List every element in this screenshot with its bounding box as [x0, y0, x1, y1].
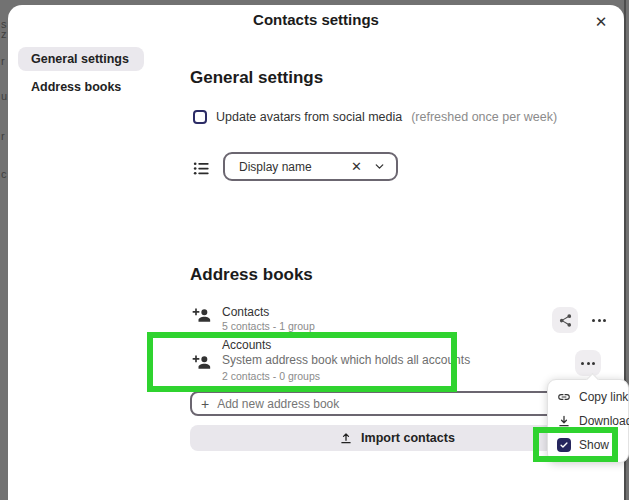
sidebar-item-label: Address books [31, 80, 121, 94]
sidebar-item-address-books[interactable]: Address books [18, 75, 144, 99]
address-books-heading: Address books [190, 265, 313, 285]
sidebar-item-general-settings[interactable]: General settings [18, 47, 144, 71]
add-address-book-placeholder: Add new address book [217, 397, 339, 411]
menu-item-label: Download [579, 414, 629, 428]
link-icon [557, 390, 571, 404]
book-name: Contacts [222, 305, 269, 319]
update-avatars-label: Update avatars from social media [216, 110, 402, 124]
add-address-book-input[interactable]: + Add new address book [190, 391, 604, 416]
sidebar-item-label: General settings [31, 52, 129, 66]
update-avatars-checkbox[interactable] [193, 110, 207, 124]
plus-icon: + [201, 397, 209, 411]
close-button[interactable]: ✕ [586, 7, 616, 37]
close-icon: ✕ [595, 13, 608, 31]
dots-horizontal-icon [592, 319, 606, 322]
import-contacts-button[interactable]: Import contacts [190, 425, 604, 451]
address-book-actions-menu: Copy link Download Show [547, 379, 629, 463]
sort-order-value: Display name [239, 160, 351, 174]
book-meta: 2 contacts - 0 groups [222, 370, 320, 382]
menu-item-show[interactable]: Show [548, 433, 628, 457]
menu-item-download[interactable]: Download [548, 409, 628, 433]
chevron-down-icon [373, 160, 386, 173]
update-avatars-row: Update avatars from social media (refres… [193, 110, 557, 124]
contacts-actions-button[interactable] [586, 307, 612, 333]
contacts-settings-dialog: Contacts settings ✕ General settings Add… [8, 5, 624, 500]
book-name: Accounts [222, 338, 271, 352]
sort-contacts-row: Display name ✕ [192, 152, 398, 181]
menu-item-label: Show [579, 438, 609, 452]
accounts-actions-button[interactable] [575, 350, 601, 376]
menu-item-label: Copy link [579, 390, 628, 404]
share-button[interactable] [552, 307, 578, 333]
upload-icon [339, 431, 353, 445]
menu-item-copy-link[interactable]: Copy link [548, 385, 628, 409]
add-contacts-icon [191, 353, 211, 373]
list-bulleted-icon [192, 159, 211, 178]
sort-order-select[interactable]: Display name ✕ [223, 152, 398, 181]
share-icon [558, 313, 573, 328]
general-settings-heading: General settings [190, 68, 323, 88]
dialog-title: Contacts settings [8, 11, 624, 28]
update-avatars-note: (refreshed once per week) [411, 110, 557, 124]
checkbox-checked-icon[interactable] [557, 438, 571, 452]
book-meta: 5 contacts - 1 group [222, 320, 315, 332]
book-description: System address book which holds all acco… [222, 353, 470, 367]
download-icon [557, 414, 571, 428]
import-contacts-label: Import contacts [361, 431, 455, 445]
clear-selection-icon[interactable]: ✕ [351, 159, 362, 174]
dots-horizontal-icon [581, 362, 595, 365]
add-contacts-icon [191, 306, 211, 326]
